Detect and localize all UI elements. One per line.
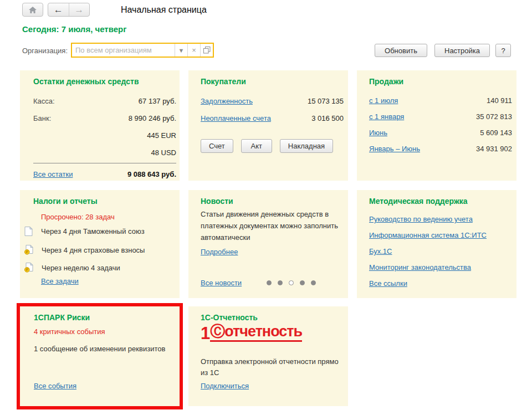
all-links-link[interactable]: Все ссылки <box>369 279 407 288</box>
help-button[interactable]: ? <box>495 44 511 57</box>
waybill-button[interactable]: Накладная <box>280 139 333 153</box>
clear-button[interactable]: × <box>187 44 200 57</box>
cash-row: Банк: 8 990 246 руб. <box>33 110 176 127</box>
panel-title: Продажи <box>369 77 403 86</box>
task-item[interactable]: ₽ Через неделю 4 задачи <box>24 263 120 273</box>
customers-row: Неоплаченные счета 3 016 500 <box>201 110 344 127</box>
buh1c-link[interactable]: Бух.1С <box>369 247 392 255</box>
law-monitoring-link[interactable]: Мониторинг законодательства <box>369 263 471 271</box>
settings-button[interactable]: Настройка <box>434 44 490 57</box>
panel-news: Новости Статьи движения денежных средств… <box>188 190 348 298</box>
debt-link[interactable]: Задолженность <box>201 97 253 105</box>
cash-row: Касса: 67 137 руб. <box>33 93 176 110</box>
panel-title: Остатки денежных средств <box>33 77 139 86</box>
sales-from-july-link[interactable]: с 1 июля <box>369 96 398 105</box>
panel-title: 1С-Отчетность <box>201 313 258 322</box>
its-system-link[interactable]: Информационная система 1С:ИТС <box>369 231 487 239</box>
task-item[interactable]: ₽ Через 4 дня страховые взносы <box>24 245 145 255</box>
reporting-description: Отправка электронной отчетности прямо из… <box>201 356 339 378</box>
panel-title: 1СПАРК Риски <box>34 313 90 322</box>
panel-method-support: Методическая поддержка Руководство по ве… <box>357 190 516 298</box>
requisites-change-text: 1 сообщение об изменении реквизитов <box>34 345 165 353</box>
panel-taxes-reports: Налоги и отчеты Просрочено: 28 задач Чер… <box>20 190 180 298</box>
back-button[interactable]: ← <box>48 3 69 16</box>
panel-spark-risks: 1СПАРК Риски 4 критичных события 1 сообщ… <box>20 306 180 406</box>
forward-button[interactable]: → <box>69 3 90 16</box>
panel-customers: Покупатели Задолженность 15 073 135 Неоп… <box>188 70 348 181</box>
cash-total-row: Все остатки 9 088 643 руб. <box>33 163 176 178</box>
pager-dot[interactable] <box>289 280 294 285</box>
news-footer: Все новости <box>201 279 344 287</box>
cash-total-value: 9 088 643 руб. <box>127 170 176 178</box>
act-button[interactable]: Акт <box>241 139 272 153</box>
sales-from-january-link[interactable]: с 1 января <box>369 112 404 121</box>
pager-dot[interactable] <box>311 280 316 285</box>
organization-label: Организация: <box>22 47 68 55</box>
history-nav: ← → <box>48 3 90 17</box>
all-news-link[interactable]: Все новости <box>201 279 242 287</box>
sales-row: с 1 января 35 072 813 <box>369 109 512 125</box>
panel-1c-reporting: 1С-Отчетность 1Ⓒотчетность Отправка элек… <box>188 306 348 406</box>
1c-reporting-logo: 1Ⓒотчетность <box>201 324 302 342</box>
organization-combobox: ▼ × <box>71 43 214 58</box>
panel-title: Методическая поддержка <box>369 197 468 206</box>
all-balances-link[interactable]: Все остатки <box>33 170 73 178</box>
connect-link[interactable]: Подключиться <box>201 382 249 390</box>
panel-title: Налоги и отчеты <box>33 197 98 206</box>
document-coin-icon: ₽ <box>24 245 33 255</box>
refresh-button[interactable]: Обновить <box>375 44 427 57</box>
home-icon <box>28 6 37 14</box>
sales-row: с 1 июля 140 911 <box>369 93 512 109</box>
choose-from-list-button[interactable] <box>200 44 213 57</box>
panel-cash-balances: Остатки денежных средств Касса: 67 137 р… <box>20 70 180 181</box>
sales-june-link[interactable]: Июнь <box>369 129 387 137</box>
svg-text:₽: ₽ <box>25 250 28 254</box>
panel-title: Новости <box>201 197 233 206</box>
pager-dot[interactable] <box>300 280 305 285</box>
pager-dot[interactable] <box>278 280 283 285</box>
dropdown-arrow-button[interactable]: ▼ <box>175 44 187 57</box>
critical-events-text: 4 критичных события <box>34 327 105 336</box>
sales-row: Январь – Июнь 34 931 902 <box>369 141 512 157</box>
unpaid-invoices-link[interactable]: Неоплаченные счета <box>201 114 271 122</box>
cash-row: 48 USD <box>33 144 176 161</box>
svg-text:₽: ₽ <box>25 268 28 271</box>
document-icon <box>24 227 33 236</box>
news-article-text: Статьи движения денежных средств в плате… <box>201 208 340 243</box>
document-buttons: Счет Акт Накладная <box>201 139 344 153</box>
panel-title: Покупатели <box>201 77 246 86</box>
all-tasks-link[interactable]: Все задачи <box>41 277 79 285</box>
overdue-tasks-text: Просрочено: 28 задач <box>41 213 115 221</box>
document-coin-icon: ₽ <box>24 263 33 273</box>
news-pager-dots <box>267 280 316 285</box>
sales-jan-june-link[interactable]: Январь – Июнь <box>369 145 420 153</box>
today-date: Сегодня: 7 июля, четверг <box>22 24 126 34</box>
all-events-link[interactable]: Все события <box>34 382 76 390</box>
forward-arrow-icon: → <box>74 5 84 14</box>
invoice-button[interactable]: Счет <box>201 139 233 153</box>
back-arrow-icon: ← <box>54 5 63 14</box>
accounting-guide-link[interactable]: Руководство по ведению учета <box>369 215 473 223</box>
customers-row: Задолженность 15 073 135 <box>201 93 344 110</box>
sales-row: Июнь 5 609 143 <box>369 125 512 141</box>
choose-list-icon <box>203 47 211 54</box>
page-title: Начальная страница <box>121 5 207 15</box>
clear-icon: × <box>192 46 196 54</box>
cash-row: 445 EUR <box>33 127 176 144</box>
task-item[interactable]: Через 4 дня Таможенный союз <box>24 227 145 236</box>
pager-dot[interactable] <box>267 280 272 285</box>
home-button[interactable] <box>22 3 43 17</box>
panel-sales: Продажи с 1 июля 140 911 с 1 января 35 0… <box>357 70 516 181</box>
news-more-link[interactable]: Подробнее <box>201 248 238 256</box>
chevron-down-icon: ▼ <box>178 47 185 54</box>
organization-input[interactable] <box>72 44 175 57</box>
